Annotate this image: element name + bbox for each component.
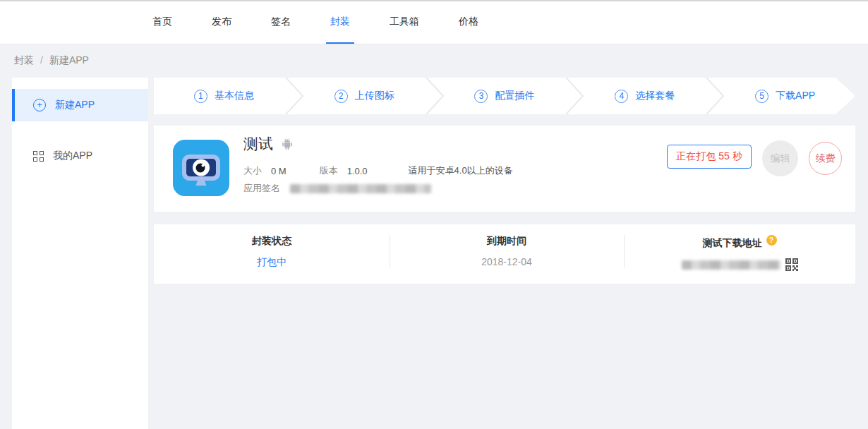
sidebar-item-my-app[interactable]: 我的APP [12, 140, 148, 172]
download-url-title: 测试下载地址? [624, 235, 855, 250]
column-divider [624, 235, 625, 267]
chevron-right-icon [565, 78, 584, 114]
compatibility-text: 适用于安卓4.0以上的设备 [409, 164, 513, 177]
package-status-column: 封装状态 打包中 [154, 224, 390, 284]
step-configure-plugins: 3 配置插件 [435, 78, 575, 114]
packing-status-button[interactable]: 正在打包 55 秒 [667, 145, 752, 169]
download-url-value [624, 258, 855, 271]
plus-circle-icon [33, 99, 46, 111]
app-icon [173, 140, 229, 196]
nav-item-sign[interactable]: 签名 [267, 1, 295, 44]
size-value: 0 M [271, 166, 287, 176]
download-url-column: 测试下载地址? [624, 224, 855, 284]
expire-time-value: 2018-12-04 [390, 256, 624, 267]
signature-label: 应用签名 [243, 182, 280, 195]
step-download-app: 5 下载APP [715, 78, 855, 114]
qr-code-icon[interactable] [785, 258, 798, 271]
step-label: 上传图标 [355, 90, 394, 102]
app-title: 测试 [243, 134, 273, 154]
nav-item-publish[interactable]: 发布 [207, 1, 236, 44]
breadcrumb-section[interactable]: 封装 [14, 54, 34, 66]
step-number-icon: 4 [615, 90, 628, 103]
sidebar-item-label: 新建APP [55, 99, 95, 111]
breadcrumb: 封装/新建APP [14, 54, 89, 67]
edit-button[interactable]: 编辑 [762, 140, 798, 176]
download-url-redacted[interactable] [682, 260, 780, 270]
signature-redacted-value [290, 184, 431, 193]
version-value: 1.0.0 [347, 166, 368, 176]
step-label: 配置插件 [495, 90, 534, 102]
wizard-steps: 1 基本信息 2 上传图标 3 配置插件 4 选择套餐 5 下载APP [154, 78, 855, 114]
step-label: 基本信息 [215, 90, 254, 102]
nav-item-pricing[interactable]: 价格 [454, 1, 483, 44]
renew-button[interactable]: 续费 [809, 142, 842, 175]
sidebar: 新建APP 我的APP [12, 78, 148, 429]
version-label: 版本 [320, 164, 338, 177]
expire-time-title: 到期时间 [390, 235, 624, 248]
step-label: 下载APP [776, 90, 815, 102]
main-nav: 首页 发布 签名 封装 工具箱 价格 [0, 1, 868, 44]
breadcrumb-current: 新建APP [49, 54, 89, 66]
step-upload-icon: 2 上传图标 [294, 78, 435, 114]
nav-item-home[interactable]: 首页 [148, 1, 176, 44]
package-status-value: 打包中 [154, 256, 390, 269]
expire-time-column: 到期时间 2018-12-04 [390, 224, 624, 284]
app-title-row: 测试 [243, 134, 294, 154]
step-number-icon: 2 [334, 90, 348, 103]
chevron-right-icon [425, 78, 445, 114]
step-number-icon: 3 [474, 90, 488, 103]
step-choose-plan: 4 选择套餐 [574, 78, 715, 114]
app-signature-row: 应用签名 [243, 182, 431, 195]
column-divider [390, 235, 390, 267]
top-header: 首页 发布 签名 封装 工具箱 价格 [0, 0, 868, 44]
size-label: 大小 [243, 164, 262, 177]
step-label: 选择套餐 [635, 90, 675, 102]
download-url-title-text: 测试下载地址 [703, 237, 762, 248]
chevron-right-icon [284, 78, 304, 114]
app-card: 测试 大小 0 M 版本 1.0.0 适用于安卓4.0以上的设备 应用签名 正在… [154, 126, 855, 212]
step-number-icon: 1 [194, 90, 207, 103]
help-icon[interactable]: ? [766, 235, 777, 246]
step-basic-info: 1 基本信息 [154, 78, 294, 114]
status-card: 封装状态 打包中 到期时间 2018-12-04 测试下载地址? [154, 224, 855, 284]
app-meta-row: 大小 0 M 版本 1.0.0 适用于安卓4.0以上的设备 [243, 164, 513, 177]
sidebar-item-new-app[interactable]: 新建APP [12, 89, 148, 121]
nav-item-toolbox[interactable]: 工具箱 [385, 1, 423, 44]
android-icon [280, 137, 294, 152]
package-status-title: 封装状态 [154, 235, 390, 248]
sidebar-item-label: 我的APP [53, 150, 92, 162]
chevron-right-icon [705, 78, 725, 114]
nav-item-package[interactable]: 封装 [326, 1, 354, 44]
step-number-icon: 5 [755, 90, 768, 103]
grid-icon [33, 151, 44, 162]
breadcrumb-separator: / [40, 54, 43, 66]
